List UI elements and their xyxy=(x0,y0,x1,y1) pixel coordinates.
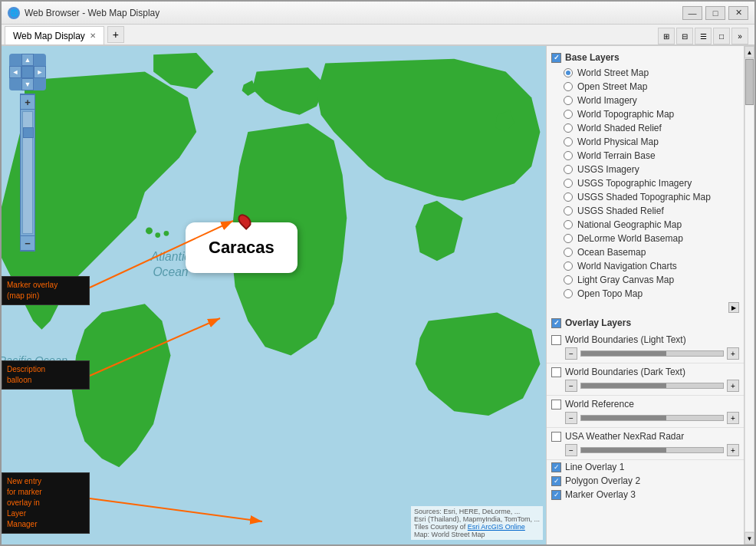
map-container[interactable]: Atlantic Ocean Pacific Ocean ▲ ▼ ◄ ► xyxy=(2,46,546,544)
opacity-increase-world-boundaries-light[interactable]: + xyxy=(727,347,739,360)
columns-icon[interactable]: ⊟ xyxy=(676,28,693,44)
zoom-track[interactable] xyxy=(22,111,33,234)
layer-radio-world-topographic-map[interactable] xyxy=(564,110,573,119)
base-layers-checkbox[interactable] xyxy=(551,53,561,63)
pan-right-button[interactable]: ► xyxy=(34,66,46,78)
single-icon[interactable]: □ xyxy=(713,28,730,44)
tab-add-button[interactable]: + xyxy=(107,26,124,43)
layer-item-open-topo-map[interactable]: Open Topo Map xyxy=(547,287,744,301)
layer-item-usgs-imagery[interactable]: USGS Imagery xyxy=(547,163,744,176)
checked-icon-marker-overlay-3[interactable] xyxy=(551,490,561,500)
map-marker[interactable] xyxy=(239,213,250,229)
overlay-checkbox-usa-weather-nexrad[interactable] xyxy=(551,432,561,442)
opacity-decrease-world-boundaries-light[interactable]: − xyxy=(565,347,577,360)
zoom-in-button[interactable]: + xyxy=(20,94,35,110)
opacity-fill-world-reference xyxy=(581,416,666,420)
layer-item-world-shaded-relief[interactable]: World Shaded Relief xyxy=(547,121,744,135)
base-layers-header: Base Layers xyxy=(547,49,744,66)
rows-icon[interactable]: ☰ xyxy=(695,28,712,44)
checked-icon-polygon-overlay-2[interactable] xyxy=(551,476,561,486)
grid-icon[interactable]: ⊞ xyxy=(658,28,675,44)
opacity-fill-world-boundaries-dark xyxy=(581,383,666,388)
expand-base-layers-button[interactable]: ▶ xyxy=(728,302,739,313)
layer-item-ocean-basemap[interactable]: Ocean Basemap xyxy=(547,245,744,259)
title-bar: 🌐 Web Browser - Web Map Display — □ ✕ xyxy=(2,2,754,25)
opacity-track-world-boundaries-dark[interactable] xyxy=(580,383,724,389)
attribution-link[interactable]: Esri ArcGIS Online xyxy=(468,523,525,531)
scrollbar-down-button[interactable]: ▼ xyxy=(744,532,754,544)
overlay-checkbox-world-boundaries-light[interactable] xyxy=(551,335,561,345)
layer-label-world-street-map: World Street Map xyxy=(577,67,649,78)
scrollbar-thumb[interactable] xyxy=(745,59,754,105)
pan-up-button[interactable]: ▲ xyxy=(21,54,34,66)
layer-item-usgs-shaded-topographic-map[interactable]: USGS Shaded Topographic Map xyxy=(547,190,744,204)
overlay-label-world-boundaries-light: World Boundaries (Light Text) xyxy=(565,334,686,345)
layer-item-usgs-shaded-relief[interactable]: USGS Shaded Relief xyxy=(547,204,744,218)
overlay-checkbox-world-reference[interactable] xyxy=(551,400,561,410)
pan-center-button[interactable] xyxy=(21,66,34,78)
minimize-button[interactable]: — xyxy=(682,6,702,20)
zoom-out-button[interactable]: − xyxy=(20,235,35,251)
layer-radio-world-street-map[interactable] xyxy=(564,68,573,77)
zoom-thumb[interactable] xyxy=(23,127,34,138)
layer-item-delorme-world-basemap[interactable]: DeLorme World Basemap xyxy=(547,232,744,245)
overlay-label-usa-weather-nexrad: USA Weather NexRad Radar xyxy=(565,431,684,442)
main-area: Atlantic Ocean Pacific Ocean ▲ ▼ ◄ ► xyxy=(2,46,754,544)
layer-radio-usgs-shaded-topographic-map[interactable] xyxy=(564,192,573,202)
layer-item-light-gray-canvas-map[interactable]: Light Gray Canvas Map xyxy=(547,273,744,287)
layer-radio-usgs-shaded-relief[interactable] xyxy=(564,206,573,215)
layer-radio-open-street-map[interactable] xyxy=(564,82,573,91)
pan-down-button[interactable]: ▼ xyxy=(21,78,34,90)
layer-radio-open-topo-map[interactable] xyxy=(564,289,573,298)
layer-radio-world-imagery[interactable] xyxy=(564,96,573,105)
layer-item-world-imagery[interactable]: World Imagery xyxy=(547,94,744,107)
layer-radio-usgs-topographic-imagery[interactable] xyxy=(564,179,573,188)
checked-overlay-line-overlay-1: Line Overlay 1 xyxy=(547,460,744,474)
opacity-track-world-reference[interactable] xyxy=(580,415,724,421)
layer-radio-world-shaded-relief[interactable] xyxy=(564,123,573,133)
panel-scrollbar: Base Layers World Street Map Open Street… xyxy=(547,46,754,544)
layer-radio-delorme-world-basemap[interactable] xyxy=(564,234,573,243)
opacity-decrease-world-boundaries-dark[interactable]: − xyxy=(565,380,577,392)
checked-label-marker-overlay-3: Marker Overlay 3 xyxy=(565,489,636,500)
layer-label-usgs-shaded-relief: USGS Shaded Relief xyxy=(577,206,664,216)
window-icon: 🌐 xyxy=(8,7,20,19)
tab-close-icon[interactable]: ✕ xyxy=(90,31,96,40)
opacity-track-world-boundaries-light[interactable] xyxy=(580,350,724,357)
layer-item-usgs-topographic-imagery[interactable]: USGS Topographic Imagery xyxy=(547,176,744,190)
layer-radio-world-navigation-charts[interactable] xyxy=(564,261,573,271)
tab-web-map-display[interactable]: Web Map Display ✕ xyxy=(5,26,104,44)
overlay-layers-checkbox[interactable] xyxy=(551,318,561,328)
layer-radio-world-terrain-base[interactable] xyxy=(564,151,573,160)
opacity-increase-usa-weather-nexrad[interactable]: + xyxy=(727,444,739,456)
layer-item-open-street-map[interactable]: Open Street Map xyxy=(547,80,744,94)
overlay-checkbox-world-boundaries-dark[interactable] xyxy=(551,367,561,377)
right-panel: Base Layers World Street Map Open Street… xyxy=(546,46,754,544)
layer-item-world-terrain-base[interactable]: World Terrain Base xyxy=(547,149,744,163)
layer-radio-world-physical-map[interactable] xyxy=(564,137,573,146)
checked-icon-line-overlay-1[interactable] xyxy=(551,462,561,472)
window-controls: — □ ✕ xyxy=(682,6,748,20)
layer-radio-light-gray-canvas-map[interactable] xyxy=(564,275,573,285)
opacity-increase-world-boundaries-dark[interactable]: + xyxy=(727,380,739,392)
more-icon[interactable]: » xyxy=(731,28,748,44)
layer-label-usgs-topographic-imagery: USGS Topographic Imagery xyxy=(577,178,692,189)
maximize-button[interactable]: □ xyxy=(705,6,725,20)
close-button[interactable]: ✕ xyxy=(728,6,748,20)
scrollbar-track[interactable] xyxy=(744,58,754,532)
scrollbar-up-button[interactable]: ▲ xyxy=(744,46,754,58)
checked-overlay-polygon-overlay-2: Polygon Overlay 2 xyxy=(547,474,744,488)
layer-radio-national-geographic-map[interactable] xyxy=(564,220,573,229)
layer-item-world-topographic-map[interactable]: World Topographic Map xyxy=(547,107,744,121)
opacity-track-usa-weather-nexrad[interactable] xyxy=(580,447,724,453)
layer-item-world-navigation-charts[interactable]: World Navigation Charts xyxy=(547,259,744,273)
layer-radio-usgs-imagery[interactable] xyxy=(564,165,573,174)
layer-item-world-street-map[interactable]: World Street Map xyxy=(547,66,744,80)
opacity-decrease-world-reference[interactable]: − xyxy=(565,412,577,424)
layer-item-world-physical-map[interactable]: World Physical Map xyxy=(547,135,744,149)
layer-item-national-geographic-map[interactable]: National Geographic Map xyxy=(547,218,744,232)
pan-left-button[interactable]: ◄ xyxy=(9,66,21,78)
layer-radio-ocean-basemap[interactable] xyxy=(564,248,573,257)
opacity-decrease-usa-weather-nexrad[interactable]: − xyxy=(565,444,577,456)
opacity-increase-world-reference[interactable]: + xyxy=(727,412,739,424)
